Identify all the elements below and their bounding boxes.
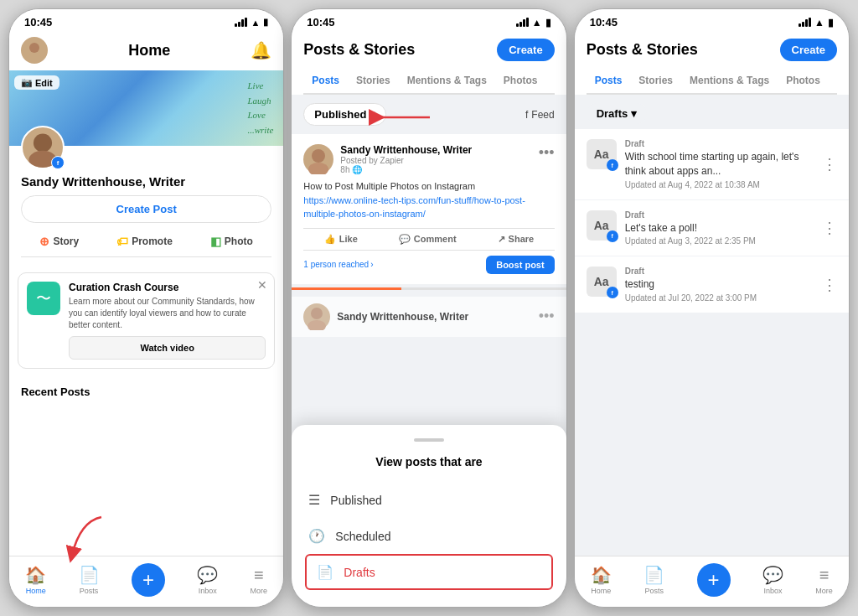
battery-icon-3: ▮ <box>828 17 834 28</box>
tab-stories-2[interactable]: Stories <box>348 68 399 95</box>
edit-button[interactable]: 📷 Edit <box>14 75 59 90</box>
post-by-1: Posted by Zapier <box>340 156 538 165</box>
ps-title-row-3: Posts & Stories Create <box>587 39 837 61</box>
posts-nav-icon-3: 📄 <box>644 565 664 585</box>
story-label: Story <box>53 236 79 247</box>
progress-bar <box>292 287 566 290</box>
svg-point-0 <box>29 43 39 53</box>
nav-plus[interactable]: + <box>132 563 165 597</box>
draft-more-button-2[interactable]: ⋮ <box>822 219 837 237</box>
nav-more[interactable]: ≡ More <box>251 566 268 595</box>
signal-icon-3 <box>799 18 811 27</box>
feed-badge: f Feed <box>525 109 555 121</box>
published-icon: ☰ <box>308 492 320 508</box>
post-avatar-2 <box>303 303 330 330</box>
filter-dropdown: View posts that are ☰ Published 🕐 Schedu… <box>292 425 566 607</box>
tab-photos-3[interactable]: Photos <box>778 68 829 95</box>
scheduled-option-label: Scheduled <box>335 530 390 543</box>
nav-posts[interactable]: 📄 Posts <box>79 565 100 595</box>
draft-item-1: Aa f Draft With school time starting up … <box>575 129 849 200</box>
dropdown-published[interactable]: ☰ Published <box>292 482 566 518</box>
create-post-button[interactable]: Create Post <box>21 195 271 223</box>
draft-text-3: testing <box>625 277 814 292</box>
tab-mentions-tags-3[interactable]: Mentions & Tags <box>681 68 778 95</box>
draft-time-3: Updated at Jul 20, 2022 at 3:00 PM <box>625 293 814 303</box>
draft-item-2: Aa f Draft Let's take a poll! Updated at… <box>575 200 849 257</box>
photo-action[interactable]: ◧ Photo <box>210 235 253 248</box>
comment-button[interactable]: 💬 Comment <box>399 234 457 245</box>
cover-text: LiveLaughLove...write <box>247 79 273 137</box>
inbox-nav-icon: 💬 <box>197 565 218 585</box>
dropdown-handle <box>414 438 444 442</box>
time-3: 10:45 <box>590 16 618 28</box>
drafts-filter-button[interactable]: Drafts ▾ <box>587 103 648 124</box>
post-link[interactable]: https://www.online-tech-tips.com/fun-stu… <box>303 195 525 220</box>
curation-content: Curation Crash Course Learn more about o… <box>69 282 266 360</box>
tab-photos-2[interactable]: Photos <box>495 68 546 95</box>
post-card-1: Sandy Writtenhouse, Writer Posted by Zap… <box>292 134 566 284</box>
tab-posts-2[interactable]: Posts <box>303 68 348 95</box>
like-button[interactable]: 👍 Like <box>324 234 358 245</box>
nav-inbox[interactable]: 💬 Inbox <box>197 565 218 595</box>
home-nav-icon: 🏠 <box>25 565 46 585</box>
share-button[interactable]: ↗ Share <box>498 234 535 245</box>
draft-label-1: Draft <box>625 139 814 148</box>
profile-avatar-wrap: f <box>21 126 65 169</box>
curation-desc: Learn more about our Community Standards… <box>69 296 266 331</box>
draft-fb-badge-2: f <box>607 230 618 242</box>
nav-inbox-label: Inbox <box>199 587 217 595</box>
post-more-button-2[interactable]: ••• <box>539 308 555 325</box>
draft-text-2: Let's take a poll! <box>625 221 814 236</box>
nav-plus-3[interactable]: + <box>697 563 731 597</box>
notification-bell-icon[interactable]: 🔔 <box>251 40 271 60</box>
draft-time-2: Updated at Aug 3, 2022 at 2:35 PM <box>625 236 814 246</box>
published-option-label: Published <box>330 494 382 507</box>
nav-home-3[interactable]: 🏠 Home <box>591 565 612 595</box>
nav-home[interactable]: 🏠 Home <box>25 565 46 595</box>
ps-title-2: Posts & Stories <box>303 41 415 59</box>
plus-button-3[interactable]: + <box>697 563 731 597</box>
promote-action[interactable]: 🏷 Promote <box>116 235 173 248</box>
post-author-1: Sandy Writtenhouse, Writer <box>340 144 538 156</box>
header-avatar[interactable] <box>21 37 48 64</box>
signal-icon <box>235 18 247 27</box>
boost-post-button[interactable]: Boost post <box>486 256 554 274</box>
bottom-nav-3: 🏠 Home 📄 Posts + 💬 Inbox ≡ More <box>575 556 849 607</box>
nav-posts-label-3: Posts <box>644 587 664 595</box>
draft-content-1: Draft With school time starting up again… <box>625 139 814 189</box>
wifi-icon: ▲ <box>251 18 260 28</box>
like-label: Like <box>339 234 358 244</box>
phone-1: 10:45 ▲ ▮ Home 🔔 📷 <box>8 8 284 608</box>
wifi-icon-3: ▲ <box>814 17 824 28</box>
chevron-down-icon-3: ▾ <box>631 107 637 120</box>
draft-icon-2: Aa f <box>587 210 617 241</box>
plus-button[interactable]: + <box>132 563 165 597</box>
drafts-icon: 📄 <box>317 564 333 580</box>
post-content-1: How to Post Multiple Photos on Instagram… <box>303 179 554 221</box>
status-icons-2: ▲ ▮ <box>516 17 551 28</box>
tab-mentions-tags-2[interactable]: Mentions & Tags <box>399 68 495 95</box>
story-action[interactable]: ⊕ Story <box>39 235 79 248</box>
draft-icon-1: Aa f <box>587 139 617 169</box>
nav-more-3[interactable]: ≡ More <box>815 566 833 595</box>
tab-stories-3[interactable]: Stories <box>630 68 681 95</box>
draft-more-button-1[interactable]: ⋮ <box>822 155 837 173</box>
close-curation-button[interactable]: ✕ <box>257 278 267 292</box>
tab-posts-3[interactable]: Posts <box>587 68 631 95</box>
time-1: 10:45 <box>24 16 52 28</box>
dropdown-drafts[interactable]: 📄 Drafts <box>305 554 552 590</box>
create-button-3[interactable]: Create <box>780 39 837 61</box>
dropdown-scheduled[interactable]: 🕐 Scheduled <box>292 518 566 554</box>
post-more-button-1[interactable]: ••• <box>539 144 555 162</box>
more-nav-icon: ≡ <box>254 566 264 585</box>
ps-header-3: Posts & Stories Create Posts Stories Men… <box>575 32 849 95</box>
share-icon: ↗ <box>498 234 505 245</box>
draft-more-button-3[interactable]: ⋮ <box>822 276 837 294</box>
watch-video-button[interactable]: Watch video <box>69 336 266 360</box>
nav-inbox-3[interactable]: 💬 Inbox <box>762 565 783 595</box>
nav-posts-3[interactable]: 📄 Posts <box>644 565 664 595</box>
nav-home-label-3: Home <box>591 587 611 595</box>
feed-label: Feed <box>531 109 554 121</box>
time-2: 10:45 <box>307 16 334 28</box>
create-button-2[interactable]: Create <box>497 39 554 61</box>
